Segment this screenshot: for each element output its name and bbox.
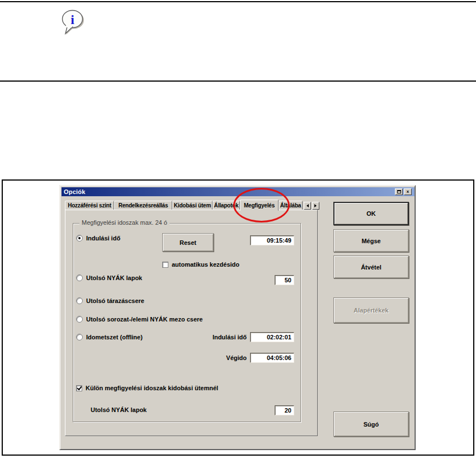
- options-dialog: Opciók x Hozzáférési szint Rendelkezésre…: [59, 185, 416, 450]
- checkbox-row-separate-period[interactable]: Külön megfigyelési idoszak kidobási ütem…: [76, 385, 218, 391]
- radio-series-change-label: Utolsó sorozat-/elemi NYÁK mezo csere: [86, 316, 202, 323]
- arrow-right-icon: [314, 204, 318, 207]
- divider-middle: [0, 81, 476, 82]
- apply-button[interactable]: Átvétel: [333, 255, 409, 278]
- start-time-field[interactable]: [250, 235, 294, 245]
- slice-start-field[interactable]: [250, 332, 294, 342]
- tab-scroll-right-button[interactable]: [312, 202, 319, 210]
- cancel-button[interactable]: Mégse: [333, 229, 409, 252]
- tab-hozzaferesi-szint[interactable]: Hozzáférési szint: [65, 201, 114, 210]
- radio-magazine-change-label: Utolsó tárazáscsere: [86, 297, 144, 304]
- cancel-button-label: Mégse: [361, 238, 380, 244]
- tab-label: Rendelkezésreállás: [119, 202, 168, 209]
- checkbox-auto-start-label: automatikus kezdésido: [172, 261, 239, 268]
- restore-button[interactable]: [395, 188, 403, 195]
- reset-button[interactable]: Reset: [162, 233, 214, 252]
- radio-row-magazine-change[interactable]: Utolsó tárazáscsere: [76, 297, 144, 304]
- slice-start-label: Indulási idő: [210, 334, 247, 340]
- radio-last-pcb-label: Utolsó NYÁK lapok: [86, 275, 142, 281]
- tab-label: Megfigyelés: [244, 202, 275, 209]
- tab-kidobasi-utem[interactable]: Kidobási ütem: [172, 201, 213, 210]
- radio-row-series-change[interactable]: Utolsó sorozat-/elemi NYÁK mezo csere: [76, 316, 202, 323]
- checkbox-row-auto-start[interactable]: automatikus kezdésido: [162, 261, 239, 268]
- tab-label: Általába: [280, 202, 301, 209]
- radio-time-slice-label: Idometszet (offline): [86, 334, 143, 340]
- info-icon: i: [59, 9, 88, 40]
- radio-row-last-pcb[interactable]: Utolsó NYÁK lapok: [76, 275, 142, 281]
- tab-label: Hozzáférési szint: [68, 202, 111, 209]
- separate-pcb-label: Utolsó NYÁK lapok: [91, 406, 147, 413]
- ok-button[interactable]: OK: [333, 202, 409, 225]
- radio-last-pcb[interactable]: [76, 275, 83, 281]
- separate-pcb-field[interactable]: [275, 405, 294, 415]
- slice-end-label: Végido: [210, 354, 247, 361]
- defaults-button: Alapértékek: [333, 297, 409, 323]
- radio-series-change[interactable]: [76, 316, 83, 323]
- apply-button-label: Átvétel: [361, 264, 381, 271]
- close-button[interactable]: x: [404, 188, 412, 195]
- checkbox-auto-start[interactable]: [162, 262, 168, 268]
- groupbox-title: Megfigyelési idoszak max. 24 ó: [79, 219, 169, 226]
- tab-strip: Hozzáférési szint Rendelkezésreállás Kid…: [65, 199, 319, 210]
- radio-row-start-time[interactable]: Indulási idő: [76, 235, 120, 242]
- observation-groupbox: Megfigyelési idoszak max. 24 ó: [73, 223, 301, 422]
- tab-scroll-left-button[interactable]: [304, 202, 311, 210]
- radio-start-time[interactable]: [76, 235, 83, 242]
- manual-page: i Opciók x Hozzáférési szint Rendelkezés…: [0, 0, 476, 459]
- reset-button-label: Reset: [180, 239, 196, 246]
- tab-megfigyeles[interactable]: Megfigyelés: [240, 200, 279, 211]
- tab-altalaban-truncated[interactable]: Általába: [279, 201, 303, 210]
- checkbox-separate-period[interactable]: [76, 385, 82, 391]
- radio-row-time-slice[interactable]: Idometszet (offline): [76, 334, 143, 340]
- tab-page-megfigyeles: Megfigyelési idoszak max. 24 ó Indulási …: [65, 210, 318, 436]
- radio-start-time-label: Indulási idő: [86, 235, 120, 242]
- info-letter: i: [70, 12, 74, 27]
- window-icon: [397, 190, 401, 193]
- radio-magazine-change[interactable]: [76, 297, 83, 304]
- checkbox-separate-period-label: Külön megfigyelési idoszak kidobási ütem…: [86, 385, 218, 391]
- help-button-label: Súgó: [364, 421, 379, 428]
- last-pcb-field[interactable]: [275, 275, 294, 285]
- radio-time-slice[interactable]: [76, 334, 83, 340]
- tab-label: Kidobási ütem: [174, 202, 211, 209]
- tab-label: Állapotok: [214, 202, 239, 209]
- dialog-title: Opciók: [64, 188, 86, 195]
- tab-rendelkezesreallas[interactable]: Rendelkezésreállás: [114, 201, 172, 210]
- ok-button-label: OK: [366, 210, 376, 217]
- dialog-titlebar[interactable]: Opciók x: [62, 187, 414, 196]
- help-button[interactable]: Súgó: [333, 411, 409, 437]
- defaults-button-label: Alapértékek: [354, 307, 388, 314]
- divider-top: [0, 1, 476, 2]
- tab-allapotok[interactable]: Állapotok: [213, 201, 240, 210]
- close-icon: x: [407, 189, 409, 194]
- arrow-left-icon: [305, 204, 309, 207]
- slice-end-field[interactable]: [250, 353, 294, 363]
